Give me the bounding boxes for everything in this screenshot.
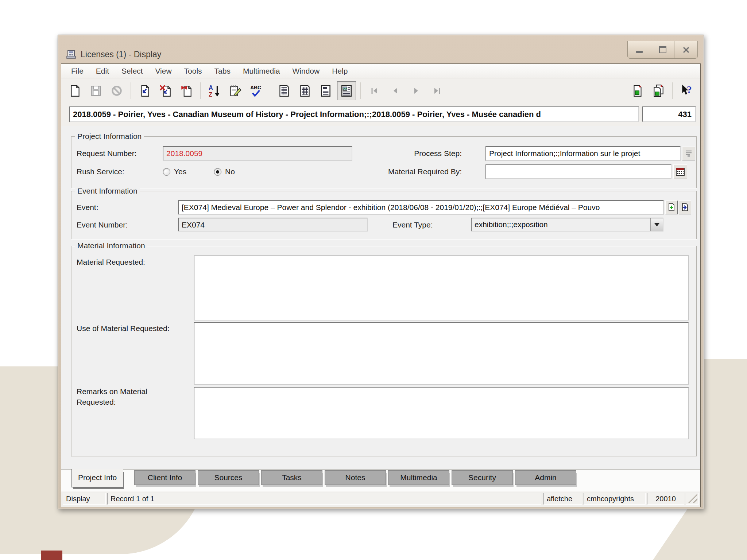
menu-file[interactable]: File: [65, 64, 90, 78]
tab-sources[interactable]: Sources: [198, 470, 259, 485]
application-window: Licenses (1) - Display File Edit Select …: [58, 35, 704, 509]
status-resize-panel: [686, 493, 699, 505]
rush-no-radio[interactable]: [214, 168, 221, 176]
detach-record-button[interactable]: [177, 81, 196, 100]
event-label: Event:: [77, 200, 98, 215]
delete-record-button[interactable]: [156, 81, 175, 100]
status-mode: Display: [63, 493, 106, 505]
status-record: Record 1 of 1: [107, 493, 541, 505]
tab-notes[interactable]: Notes: [325, 470, 386, 485]
new-record-button[interactable]: [66, 81, 85, 100]
calendar-button[interactable]: [673, 164, 687, 179]
remarks-textarea[interactable]: [194, 387, 689, 439]
menu-bar: File Edit Select View Tools Tabs Multime…: [61, 64, 700, 78]
list-view-icon: [278, 84, 290, 97]
svg-text:Z: Z: [209, 92, 212, 98]
cancel-icon: [111, 84, 123, 97]
menu-help[interactable]: Help: [326, 64, 354, 78]
context-help-button[interactable]: ?: [677, 81, 696, 100]
process-step-lookup-button[interactable]: [682, 147, 695, 160]
record-view-icon: [320, 84, 332, 97]
copy-record-button[interactable]: [628, 81, 647, 100]
spellcheck-button[interactable]: ABC: [247, 81, 266, 100]
grid-view-button[interactable]: [295, 81, 314, 100]
event-open-button[interactable]: [679, 201, 691, 214]
next-record-button[interactable]: [407, 81, 426, 100]
first-record-button[interactable]: [365, 81, 384, 100]
process-step-label: Process Step:: [327, 146, 462, 161]
tab-admin[interactable]: Admin: [515, 470, 576, 485]
window-controls: [627, 41, 698, 59]
dropdown-button[interactable]: [650, 218, 663, 231]
request-number-label: Request Number:: [77, 146, 137, 161]
maximize-button[interactable]: [651, 41, 674, 59]
process-list-icon: [685, 149, 693, 158]
nav-previous-icon: [390, 85, 401, 96]
event-type-dropdown[interactable]: exhibition;:;exposition: [471, 218, 663, 232]
menu-view[interactable]: View: [149, 64, 178, 78]
event-information-legend: Event Information: [75, 187, 140, 195]
edit-button[interactable]: [226, 81, 245, 100]
material-requested-textarea[interactable]: [194, 256, 689, 320]
material-required-by-field[interactable]: [485, 164, 671, 179]
material-information-legend: Material Information: [75, 241, 147, 250]
tab-security[interactable]: Security: [452, 470, 513, 485]
title-bar[interactable]: Licenses (1) - Display: [58, 35, 704, 63]
last-record-button[interactable]: [427, 81, 446, 100]
copy-all-button[interactable]: [649, 81, 668, 100]
minimize-icon: [636, 51, 643, 53]
toolbar-separator: [672, 82, 673, 99]
event-information-group: Event Information Event: [EX074] Medieva…: [71, 191, 697, 239]
chevron-down-icon: [654, 223, 659, 226]
event-number-field[interactable]: EX074: [178, 218, 368, 232]
menu-select[interactable]: Select: [115, 64, 149, 78]
previous-record-button[interactable]: [386, 81, 405, 100]
app-icon: [66, 50, 76, 59]
window-client-area: File Edit Select View Tools Tabs Multime…: [61, 63, 701, 507]
menu-window[interactable]: Window: [286, 64, 326, 78]
rush-yes-radio[interactable]: [163, 168, 170, 176]
rush-service-yes-option[interactable]: Yes: [163, 164, 186, 179]
menu-multimedia[interactable]: Multimedia: [237, 64, 286, 78]
close-button[interactable]: [674, 41, 698, 59]
record-summary-band: 2018.0059 - Poirier, Yves - Canadian Mus…: [61, 103, 700, 126]
event-attach-button[interactable]: [665, 201, 678, 214]
toolbar: A Z ABC: [61, 78, 700, 103]
attach-record-icon: [667, 203, 676, 212]
record-summary-field[interactable]: 2018.0059 - Poirier, Yves - Canadian Mus…: [69, 106, 639, 122]
document-ribbon-icon: [180, 84, 193, 97]
rush-service-no-option[interactable]: No: [214, 164, 235, 179]
tab-tasks[interactable]: Tasks: [261, 470, 322, 485]
process-step-field[interactable]: Project Information;:;Information sur le…: [485, 146, 681, 161]
list-view-button[interactable]: [275, 81, 294, 100]
minimize-button[interactable]: [627, 41, 651, 59]
spellcheck-icon: ABC: [249, 84, 263, 98]
event-number-label: Event Number:: [77, 218, 128, 232]
form-view-button[interactable]: [337, 81, 356, 100]
use-of-material-textarea[interactable]: [194, 322, 689, 385]
window-title: Licenses (1) - Display: [81, 50, 161, 59]
request-number-field[interactable]: 2018.0059: [163, 146, 352, 161]
record-view-button[interactable]: [316, 81, 335, 100]
save-button[interactable]: [86, 81, 105, 100]
status-user: afletche: [543, 493, 582, 505]
status-bar: Display Record 1 of 1 afletche cmhcopyri…: [61, 491, 700, 507]
material-information-group: Material Information Material Requested:…: [71, 246, 697, 456]
event-type-value: exhibition;:;exposition: [472, 218, 650, 231]
toolbar-separator: [270, 82, 270, 99]
resize-grip-icon[interactable]: [688, 494, 697, 503]
menu-tools[interactable]: Tools: [178, 64, 208, 78]
tab-client-info[interactable]: Client Info: [134, 470, 196, 485]
sort-button[interactable]: A Z: [205, 81, 224, 100]
tab-multimedia[interactable]: Multimedia: [388, 470, 449, 485]
form-content: Project Information Request Number: 2018…: [61, 126, 700, 469]
tab-project-info[interactable]: Project Info: [71, 469, 123, 487]
cancel-button[interactable]: [107, 81, 126, 100]
svg-text:A: A: [209, 85, 213, 91]
menu-tabs[interactable]: Tabs: [208, 64, 237, 78]
rush-no-label: No: [225, 167, 235, 176]
menu-edit[interactable]: Edit: [90, 64, 115, 78]
copy-record-icon: [631, 84, 644, 97]
insert-record-button[interactable]: [135, 81, 154, 100]
event-field[interactable]: [EX074] Medieval Europe – Power and Sple…: [178, 200, 664, 215]
